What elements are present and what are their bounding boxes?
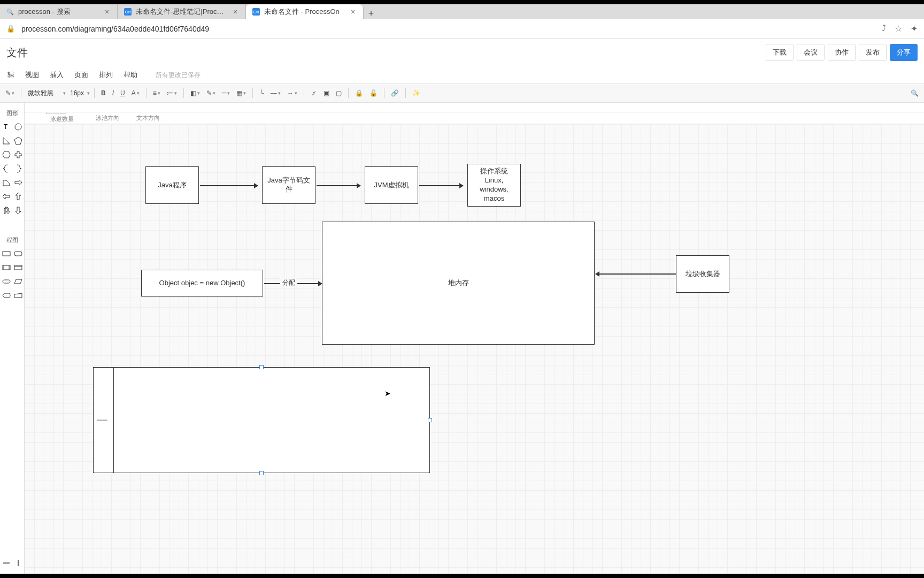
meeting-button[interactable]: 会议 (797, 44, 825, 61)
arrow-label-alloc: 分配 (280, 278, 297, 287)
download-button[interactable]: 下载 (766, 44, 794, 61)
text-shape-icon[interactable]: T (2, 123, 11, 131)
border-button[interactable]: ▦▾ (234, 87, 248, 100)
menu-arrange[interactable]: 排列 (94, 68, 118, 82)
node-gc[interactable]: 垃圾收集器 (676, 255, 729, 293)
swimlane-pool[interactable] (93, 367, 430, 473)
terminator-shape-icon[interactable] (2, 277, 11, 286)
line-start-button[interactable]: —▾ (268, 87, 283, 100)
highlight-button[interactable]: ✎▾ (204, 87, 218, 100)
node-bytecode[interactable]: Java字节码文件 (262, 166, 315, 204)
browser-tab[interactable]: On 未命名文件-思维笔记|ProcessO × (118, 4, 246, 19)
canvas-area[interactable]: Java程序 Java字节码文件 JVM虚拟机 操作系统 Linux, wind… (25, 124, 924, 574)
search-icon[interactable]: 🔍 (908, 87, 921, 100)
arrow-down-shape-icon[interactable] (14, 206, 22, 215)
bold-button[interactable]: B (99, 87, 108, 100)
collab-button[interactable]: 协作 (828, 44, 856, 61)
app-icon: On (124, 8, 132, 16)
share-button[interactable]: 分享 (890, 44, 918, 61)
app-icon: On (252, 8, 260, 16)
close-icon[interactable]: × (232, 8, 239, 16)
lock-icon[interactable]: 🔒 (353, 87, 365, 100)
text-color-button[interactable]: A▾ (129, 87, 142, 100)
new-tab-button[interactable]: + (364, 8, 379, 19)
send-back-icon[interactable]: ▢ (334, 87, 344, 100)
node-object-new[interactable]: Object objec = new Object() (141, 270, 263, 296)
line-style-button[interactable]: ═▾ (220, 87, 233, 100)
menu-page[interactable]: 页面 (69, 68, 94, 82)
publish-button[interactable]: 发布 (859, 44, 887, 61)
font-family-select[interactable]: 微软雅黑 (26, 87, 60, 100)
data-shape-icon[interactable] (14, 277, 22, 286)
pentagon-shape-icon[interactable] (14, 136, 22, 145)
subprocess-shape-icon[interactable] (2, 263, 11, 272)
arrow-right-shape-icon[interactable] (14, 178, 22, 187)
search-icon: 🔍 (6, 8, 14, 16)
close-icon[interactable]: × (103, 8, 111, 16)
arrow[interactable] (596, 273, 676, 275)
font-size-select[interactable]: 16px (68, 87, 84, 100)
browser-tab-active[interactable]: On 未命名文件 - ProcessOn × (246, 4, 364, 19)
minus-icon[interactable] (2, 559, 11, 567)
unlock-icon[interactable]: 🔓 (367, 87, 380, 100)
svg-rect-3 (14, 252, 22, 256)
menu-edit[interactable]: 辑 (2, 68, 20, 82)
italic-button[interactable]: I (110, 87, 116, 100)
display-shape-icon[interactable] (2, 291, 11, 300)
list-button[interactable]: ≔▾ (165, 87, 179, 100)
line-end-button[interactable]: →▾ (285, 87, 299, 100)
fill-color-button[interactable]: ◧▾ (188, 87, 202, 100)
node-jvm[interactable]: JVM虚拟机 (365, 166, 418, 204)
card-shape-icon[interactable] (14, 263, 22, 272)
format-painter-icon[interactable]: ✎▾ (3, 87, 17, 100)
arrow[interactable] (419, 185, 463, 186)
link-icon[interactable]: 🔗 (389, 87, 401, 100)
url-field[interactable]: processon.com/diagraming/634a0edde401fd0… (21, 25, 875, 33)
brace-left-icon[interactable] (2, 164, 11, 173)
menu-help[interactable]: 帮助 (118, 68, 143, 82)
svg-rect-9 (3, 280, 10, 283)
brace-right-icon[interactable] (14, 164, 22, 173)
arrow-up-shape-icon[interactable] (14, 192, 22, 201)
arrow[interactable] (200, 185, 258, 186)
node-java-program[interactable]: Java程序 (145, 166, 199, 204)
text-dir-label: 文本方向 (136, 114, 160, 122)
extensions-icon[interactable]: ✦ (911, 24, 918, 34)
underline-button[interactable]: U (118, 87, 127, 100)
browser-tab[interactable]: 🔍 processon - 搜索 × (0, 4, 118, 19)
resize-handle-s[interactable] (259, 471, 264, 475)
arrow[interactable] (317, 185, 360, 186)
arrow-left-shape-icon[interactable] (2, 192, 11, 201)
circle-shape-icon[interactable] (14, 123, 22, 131)
rect-shape-icon[interactable] (2, 249, 11, 258)
menu-view[interactable]: 视图 (20, 68, 44, 82)
cross-shape-icon[interactable] (14, 150, 22, 159)
resize-handle-e[interactable] (428, 418, 432, 422)
node-heap[interactable]: 堆内存 (322, 222, 595, 345)
canvas[interactable]: Java程序 Java字节码文件 JVM虚拟机 操作系统 Linux, wind… (25, 124, 924, 574)
node-os[interactable]: 操作系统 Linux, windows, macos (467, 164, 521, 207)
distribute-icon[interactable]: ⫽ (309, 87, 319, 100)
sector-shape-icon[interactable] (2, 178, 11, 187)
manual-input-shape-icon[interactable] (14, 291, 22, 300)
lock-icon[interactable]: 🔒 (6, 25, 15, 33)
align-button[interactable]: ≡▾ (151, 87, 163, 100)
save-status: 所有更改已保存 (156, 71, 201, 80)
magic-icon[interactable]: ✨ (410, 87, 422, 100)
mouse-cursor-icon: ➤ (384, 389, 391, 398)
hexagon-shape-icon[interactable] (2, 150, 11, 159)
doc-title[interactable]: 文件 (6, 45, 28, 60)
bring-front-icon[interactable]: ▣ (321, 87, 332, 100)
divider-icon[interactable] (14, 559, 22, 567)
rounded-rect-shape-icon[interactable] (14, 249, 22, 258)
uturn-shape-icon[interactable] (2, 206, 11, 215)
connector-elbow-icon[interactable]: └ (257, 87, 266, 100)
menu-bar: 辑 视图 插入 页面 排列 帮助 所有更改已保存 (0, 66, 924, 83)
bookmark-icon[interactable]: ☆ (895, 24, 902, 34)
triangle-shape-icon[interactable] (2, 136, 11, 145)
swimlane-header[interactable] (94, 368, 114, 473)
menu-insert[interactable]: 插入 (44, 68, 69, 82)
close-icon[interactable]: × (349, 8, 357, 16)
share-icon[interactable]: ⤴ (882, 24, 886, 34)
resize-handle-n[interactable] (259, 365, 264, 369)
